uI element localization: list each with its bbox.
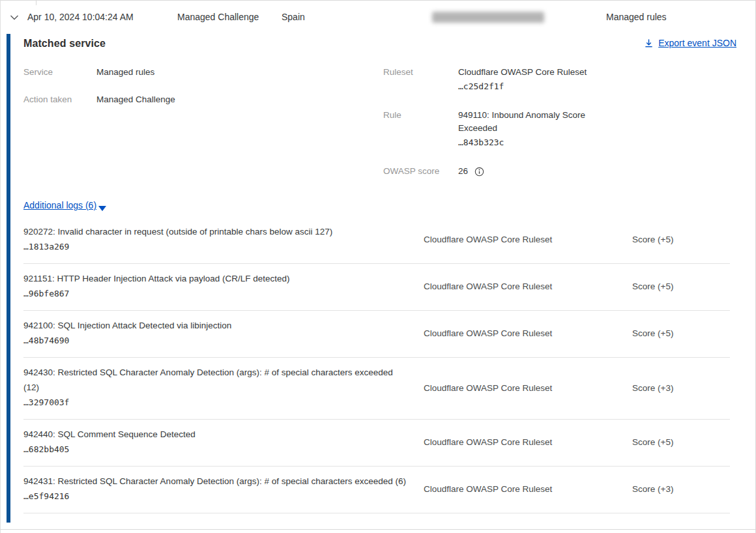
event-service: Managed rules bbox=[606, 12, 667, 22]
chevron-down-icon[interactable] bbox=[9, 12, 20, 23]
event-summary-row[interactable]: Apr 10, 2024 10:04:24 AM Managed Challen… bbox=[0, 0, 756, 34]
table-bottom-border bbox=[0, 529, 756, 530]
firewall-event-expanded-view: Apr 10, 2024 10:04:24 AM Managed Challen… bbox=[0, 0, 756, 533]
event-timestamp: Apr 10, 2024 10:04:24 AM bbox=[27, 12, 134, 22]
event-country: Spain bbox=[282, 12, 305, 22]
event-action: Managed Challenge bbox=[177, 12, 259, 22]
event-table-frame bbox=[0, 0, 756, 533]
redacted-value bbox=[432, 12, 544, 23]
